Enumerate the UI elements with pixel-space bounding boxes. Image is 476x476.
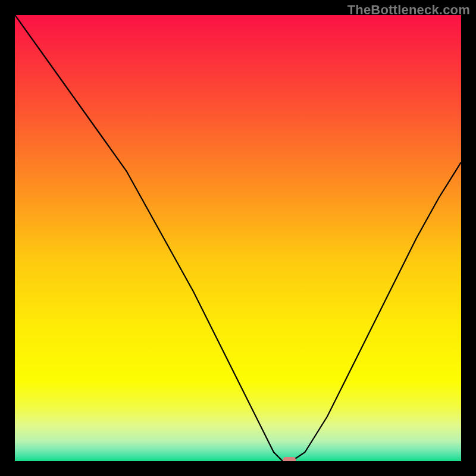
watermark-label: TheBottleneck.com	[347, 2, 470, 18]
chart-container: TheBottleneck.com	[0, 0, 476, 476]
bottleneck-curve	[15, 15, 461, 461]
plot-area	[15, 15, 461, 461]
curve-layer	[15, 15, 461, 461]
optimal-point-marker	[283, 457, 296, 461]
